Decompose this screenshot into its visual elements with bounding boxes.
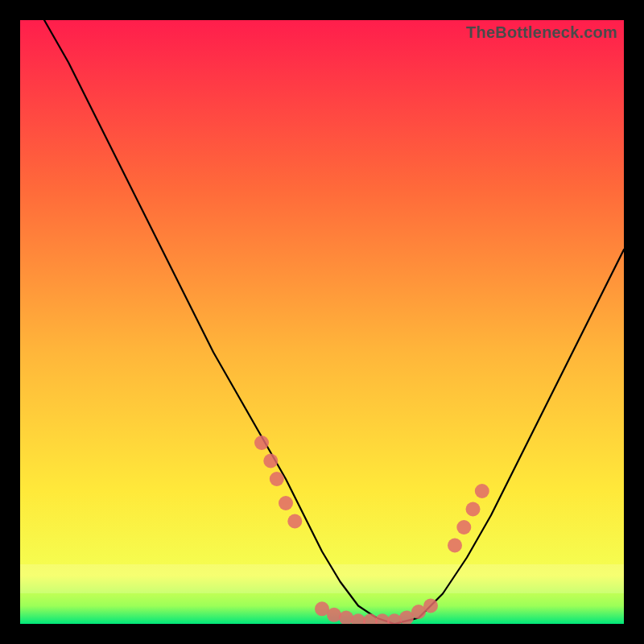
dot bbox=[287, 514, 302, 529]
dot bbox=[254, 436, 269, 450]
bottleneck-chart bbox=[20, 20, 624, 624]
watermark-text: TheBottleneck.com bbox=[466, 23, 617, 42]
dot bbox=[448, 539, 462, 553]
dot bbox=[456, 520, 471, 535]
dot bbox=[475, 484, 489, 498]
chart-frame: TheBottleneck.com bbox=[20, 20, 624, 624]
dot bbox=[423, 599, 438, 613]
dot bbox=[466, 502, 481, 517]
gradient-background bbox=[20, 20, 624, 624]
dot bbox=[263, 454, 278, 469]
dot bbox=[327, 608, 341, 622]
pale-band bbox=[20, 564, 624, 593]
dot bbox=[279, 496, 293, 510]
dot bbox=[270, 472, 284, 486]
